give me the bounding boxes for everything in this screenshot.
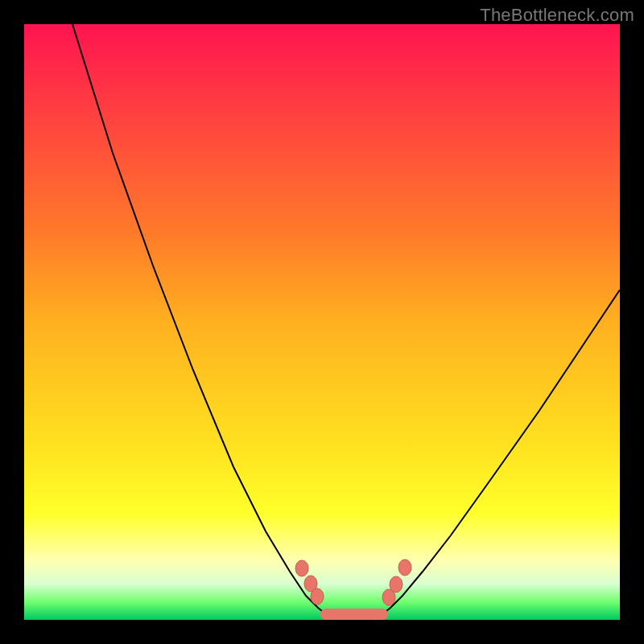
curve-marker xyxy=(398,559,411,576)
plot-area xyxy=(24,24,620,620)
right-curve xyxy=(382,290,620,614)
curves-svg xyxy=(24,24,620,620)
curve-marker xyxy=(390,576,402,592)
curve-marker xyxy=(311,588,324,605)
left-curve xyxy=(72,24,326,614)
watermark-text: TheBottleneck.com xyxy=(480,5,634,26)
curve-marker xyxy=(295,560,308,576)
markers-left xyxy=(295,560,324,605)
markers-right xyxy=(382,559,411,605)
chart-frame: TheBottleneck.com xyxy=(0,0,644,644)
